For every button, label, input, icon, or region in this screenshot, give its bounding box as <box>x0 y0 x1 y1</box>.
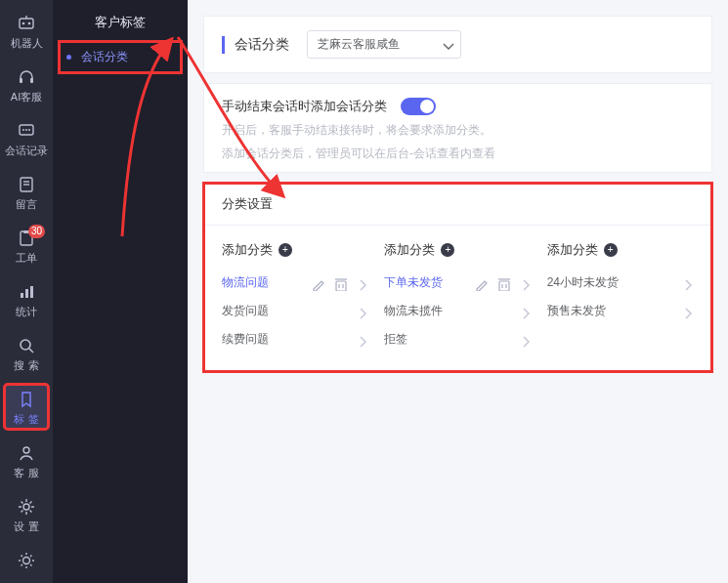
badge: 30 <box>28 225 45 238</box>
toggle-switch[interactable] <box>401 98 436 115</box>
headset-icon <box>4 67 49 87</box>
chevron-right-icon <box>516 304 532 319</box>
page-title: 会话分类 <box>235 36 289 54</box>
nav-item-stats[interactable]: 统计 <box>4 276 49 322</box>
accent-bar <box>222 36 225 54</box>
category-item[interactable]: 物流未揽件 <box>384 297 531 325</box>
nav-label: 统计 <box>4 305 49 318</box>
search-icon <box>4 336 49 355</box>
header-card: 会话分类 芝麻云客服咸鱼 <box>203 16 712 73</box>
category-name: 续费问题 <box>222 331 269 348</box>
toggle-help-2: 添加会话分类后，管理员可以在后台-会话查看内查看 <box>222 145 694 162</box>
nav-item-msg[interactable]: 留言 <box>4 169 49 215</box>
stats-icon <box>4 282 49 302</box>
nav-label: AI客服 <box>4 90 49 104</box>
nav-label: 会话记录 <box>4 144 49 157</box>
category-item[interactable]: 下单未发货 <box>384 269 531 297</box>
category-name: 下单未发货 <box>384 274 443 291</box>
secondary-sidebar: 客户标签 会话分类 <box>53 0 188 583</box>
add-category-button[interactable]: 添加分类+ <box>384 235 531 269</box>
add-category-button[interactable]: 添加分类+ <box>222 235 368 269</box>
category-name: 物流问题 <box>222 274 269 291</box>
nav-item-set[interactable]: 设 置 <box>4 491 49 537</box>
main-content: 会话分类 芝麻云客服咸鱼 手动结束会话时添加会话分类 开启后，客服手动结束接待时… <box>188 0 728 583</box>
category-item[interactable]: 续费问题 <box>222 325 368 354</box>
category-settings-card: 分类设置 添加分类+物流问题发货问题续费问题添加分类+下单未发货物流未揽件拒签添… <box>203 183 712 372</box>
chat-icon <box>4 121 49 141</box>
add-label: 添加分类 <box>547 241 598 259</box>
category-name: 24小时未发货 <box>547 274 619 291</box>
toggle-help-1: 开启后，客服手动结束接待时，将会要求添加分类。 <box>222 121 694 139</box>
chevron-right-icon <box>678 304 694 319</box>
select-value: 芝麻云客服咸鱼 <box>318 37 400 51</box>
category-column: 添加分类+物流问题发货问题续费问题 <box>222 235 368 354</box>
category-item[interactable]: 预售未发货 <box>547 297 694 325</box>
delete-icon[interactable] <box>331 275 347 291</box>
chevron-right-icon <box>678 275 694 291</box>
sidebar-item-session-category[interactable]: 会话分类 <box>59 41 182 73</box>
category-column: 添加分类+下单未发货物流未揽件拒签 <box>384 235 531 354</box>
category-column: 添加分类+24小时未发货预售未发货 <box>547 235 694 354</box>
toggle-card: 手动结束会话时添加会话分类 开启后，客服手动结束接待时，将会要求添加分类。 添加… <box>203 83 712 173</box>
icon-sidebar: 机器人AI客服会话记录留言工单30统计搜 索标 签客 服设 置 <box>0 0 53 583</box>
agent-icon <box>4 443 49 463</box>
nav-label: 留言 <box>4 197 49 211</box>
account-select[interactable]: 芝麻云客服咸鱼 <box>307 30 461 59</box>
nav-item-robot[interactable]: 机器人 <box>4 8 49 54</box>
note-icon <box>4 175 49 194</box>
nav-label: 搜 索 <box>4 358 49 372</box>
dot-icon <box>66 55 71 60</box>
category-item[interactable]: 发货问题 <box>222 297 368 325</box>
plus-icon: + <box>604 243 618 257</box>
toggle-label: 手动结束会话时添加会话分类 <box>222 98 387 115</box>
nav-label: 机器人 <box>4 36 49 50</box>
theme-toggle[interactable] <box>4 545 49 577</box>
add-label: 添加分类 <box>384 241 435 259</box>
chevron-right-icon <box>353 332 368 348</box>
plus-icon: + <box>441 243 454 257</box>
chevron-right-icon <box>516 275 532 291</box>
category-item[interactable]: 24小时未发货 <box>547 269 694 297</box>
category-name: 物流未揽件 <box>384 303 443 319</box>
nav-label: 工单 <box>4 251 49 265</box>
add-category-button[interactable]: 添加分类+ <box>547 235 694 269</box>
robot-icon <box>4 14 49 33</box>
category-name: 拒签 <box>384 331 407 348</box>
nav-item-ai[interactable]: AI客服 <box>4 62 49 107</box>
chevron-right-icon <box>353 304 368 319</box>
nav-item-chat[interactable]: 会话记录 <box>4 115 49 161</box>
chevron-right-icon <box>353 275 368 291</box>
nav-label: 标 签 <box>4 412 49 426</box>
sun-icon <box>4 551 49 570</box>
plus-icon: + <box>278 243 292 257</box>
nav-item-ticket[interactable]: 工单30 <box>4 223 49 269</box>
sidebar-item-label: 会话分类 <box>81 49 128 65</box>
chevron-down-icon <box>439 36 454 52</box>
edit-icon[interactable] <box>310 275 325 291</box>
category-name: 发货问题 <box>222 303 269 319</box>
nav-label: 设 置 <box>4 520 49 533</box>
delete-icon[interactable] <box>494 275 510 291</box>
nav-label: 客 服 <box>4 466 49 479</box>
gear-icon <box>4 497 49 517</box>
bookmark-icon <box>4 390 49 409</box>
edit-icon[interactable] <box>473 275 489 291</box>
add-label: 添加分类 <box>222 241 273 259</box>
nav-item-search[interactable]: 搜 索 <box>4 330 49 376</box>
nav-item-tags[interactable]: 标 签 <box>4 384 49 430</box>
chevron-right-icon <box>516 332 532 348</box>
nav-item-svc[interactable]: 客 服 <box>4 437 49 483</box>
category-item[interactable]: 物流问题 <box>222 269 368 297</box>
category-settings-title: 分类设置 <box>204 184 711 226</box>
sidebar-title: 客户标签 <box>53 0 188 41</box>
category-item[interactable]: 拒签 <box>384 325 531 354</box>
category-name: 预售未发货 <box>547 303 606 319</box>
